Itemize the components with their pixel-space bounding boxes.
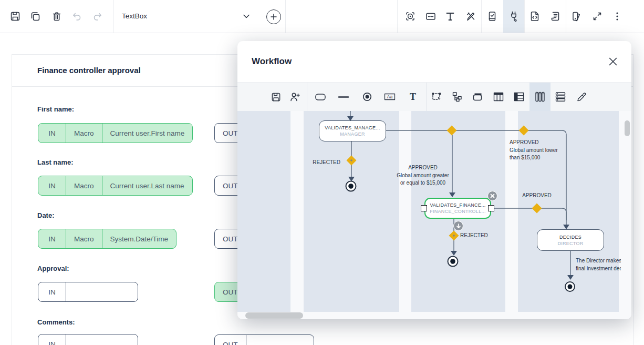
delete-node-icon[interactable] [487, 191, 497, 201]
text-icon[interactable]: T [407, 90, 419, 103]
binding-value: Current user.Last name [102, 176, 192, 195]
end-state-icon[interactable] [361, 90, 373, 103]
table-columns-icon[interactable] [492, 90, 505, 103]
save-icon[interactable] [269, 90, 282, 103]
edge-label-condition: or equal to $15,000 [387, 179, 459, 187]
binding-kind: Macro [66, 124, 102, 143]
redo-icon[interactable] [92, 11, 103, 22]
toolbar-separator [307, 83, 307, 111]
horizontal-scrollbar-thumb[interactable] [245, 312, 303, 319]
person-add-icon[interactable] [288, 90, 301, 103]
form-card-icon[interactable] [425, 11, 437, 22]
binding-value [66, 334, 138, 345]
binding-direction: IN [38, 124, 66, 143]
edge-label-condition: Global amount greater [387, 172, 459, 180]
input-binding-pill[interactable]: IN Macro System.Date/Time [38, 229, 176, 249]
connector-plug-icon[interactable] [508, 11, 520, 22]
field-label: Comments: [37, 318, 75, 326]
note-line: final investment dec [576, 265, 621, 272]
more-vertical-icon[interactable] [611, 11, 623, 22]
design-tools-icon[interactable] [465, 11, 476, 22]
binding-direction: IN [38, 229, 66, 248]
device-check-icon[interactable] [486, 11, 498, 22]
field-label: Approval: [37, 265, 69, 272]
binding-direction: OUT [215, 335, 246, 345]
svg-text:T: T [410, 92, 416, 102]
edge-label-condition: Global amount lower [510, 147, 573, 155]
undo-icon[interactable] [71, 11, 82, 22]
edge-label-rejected[interactable]: REJECTED [309, 159, 340, 165]
plus-circle-icon[interactable] [266, 9, 281, 24]
toolbar-separator [397, 0, 398, 33]
edge-label-approved-greater[interactable]: APPROVED Global amount greater or equal … [387, 164, 459, 187]
input-binding-pill[interactable]: IN [38, 334, 138, 345]
input-binding-pill[interactable]: IN Macro Current user.First name [38, 123, 193, 143]
toolbar-separator [524, 0, 525, 33]
binding-value: Current user.First name [102, 124, 193, 143]
script-icon[interactable] [549, 11, 561, 22]
expand-icon[interactable] [591, 11, 603, 22]
input-binding-pill[interactable]: IN Macro Current user.Last name [38, 176, 193, 196]
edge-label-title: APPROVED [387, 164, 459, 172]
node-subtitle: MANAGER [340, 131, 365, 137]
binding-direction: IN [38, 334, 66, 345]
scan-focus-icon[interactable] [404, 11, 416, 22]
edge-label-rejected[interactable]: REJECTED [460, 232, 488, 238]
node-subtitle: DIRECTOR [557, 241, 583, 246]
annotation-note[interactable]: The Director makes final investment dec [576, 257, 621, 272]
toolbar-separator [285, 0, 286, 33]
svg-text:Aa: Aa [387, 94, 393, 99]
tree-layout-icon[interactable] [451, 90, 463, 103]
toolbar-separator [481, 0, 482, 33]
pool-icon[interactable] [472, 90, 484, 103]
component-selector-dropdown[interactable]: TextBox [113, 0, 257, 33]
binding-kind: Macro [66, 229, 102, 248]
input-binding-pill[interactable]: IN [38, 282, 138, 302]
edge-line-icon[interactable] [337, 90, 350, 103]
vertical-lanes-icon[interactable] [534, 90, 546, 103]
workflow-modal: Workflow Aa T [237, 41, 631, 319]
note-line: The Director makes [576, 257, 621, 265]
task-node-validates-finance[interactable]: VALIDATES_FINANCE... FINANCE_CONTROLL... [424, 198, 491, 219]
binding-value: System.Date/Time [102, 229, 176, 248]
code-file-icon[interactable] [529, 11, 541, 22]
toolbar-separator [566, 0, 566, 33]
field-label: First name: [37, 105, 74, 113]
save-icon[interactable] [9, 11, 21, 22]
text-icon[interactable] [444, 11, 456, 22]
edge-label-approved-lower[interactable]: APPROVED Global amount lower than $15,00… [510, 139, 573, 162]
modal-title: Workflow [252, 41, 292, 82]
edge-label-title: APPROVED [510, 139, 573, 147]
binding-value [66, 282, 138, 301]
form-title: Finance controller approval [37, 55, 141, 86]
main-toolbar: TextBox [0, 0, 644, 33]
edge-label-approved[interactable]: APPROVED [517, 192, 556, 198]
field-label: Last name: [37, 158, 74, 166]
copy-icon[interactable] [29, 11, 41, 22]
binding-direction: IN [38, 282, 66, 301]
eyedropper-icon[interactable] [575, 90, 588, 103]
workflow-toolbar: Aa T [237, 82, 631, 111]
binding-direction: IN [38, 176, 66, 195]
vertical-scrollbar-thumb[interactable] [625, 120, 630, 136]
field-label: Date: [37, 211, 55, 219]
output-binding-pill[interactable]: OUT [214, 334, 314, 345]
node-title: DECIDES [559, 235, 581, 240]
expand-node-icon[interactable] [453, 221, 463, 231]
theme-swatch-icon[interactable] [571, 11, 583, 22]
task-node-decides[interactable]: DECIDES DIRECTOR [537, 229, 604, 251]
node-title: VALIDATES_FINANCE... [430, 202, 485, 208]
node-rect-icon[interactable] [314, 90, 327, 103]
diagram-canvas[interactable]: VALIDATES_MANAGE... MANAGER VALIDATES_FI… [237, 111, 631, 319]
lasso-select-icon[interactable] [431, 90, 443, 103]
task-node-validates-manager[interactable]: VALIDATES_MANAGE... MANAGER [319, 120, 386, 141]
close-icon[interactable] [605, 54, 621, 69]
selection-handle-left[interactable] [421, 205, 427, 211]
node-subtitle: FINANCE_CONTROLL... [430, 209, 486, 214]
trash-icon[interactable] [51, 11, 63, 22]
horizontal-lanes-icon[interactable] [554, 90, 567, 103]
toolbar-separator [426, 83, 427, 111]
selection-handle-right[interactable] [488, 205, 494, 211]
table-rows-icon[interactable] [513, 90, 525, 103]
label-box-icon[interactable]: Aa [383, 90, 396, 103]
